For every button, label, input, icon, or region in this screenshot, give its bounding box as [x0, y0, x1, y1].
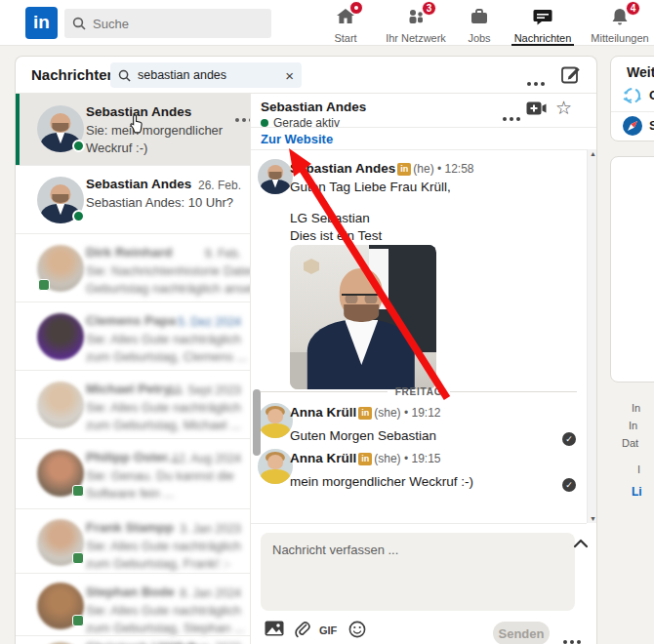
scroll-down-arrow[interactable]: ▼: [590, 515, 596, 522]
video-plus-icon: [526, 101, 548, 116]
right-rail-row-label: S: [649, 118, 654, 133]
footer-link[interactable]: Dat: [622, 437, 638, 449]
right-rail-row-1[interactable]: C: [611, 82, 654, 111]
conversation-name: Clemens Papa: [86, 313, 176, 328]
conversation-date: 12. Aug 2024: [172, 452, 241, 465]
conversation-preview: Sie: Alles Gute nachträglich: [86, 332, 241, 346]
conversation-name: Philipp Oster...: [86, 450, 179, 464]
photo-glasses: [342, 294, 381, 303]
nav-item-start[interactable]: Start: [312, 0, 379, 46]
chevron-up-icon: [573, 539, 589, 548]
message-avatar[interactable]: [258, 449, 293, 484]
conversation-row-blurred[interactable]: Frank Stampp 3. Jan 2023 Sie: Alles Gute…: [16, 508, 251, 573]
right-rail-row-label: C: [649, 88, 654, 102]
thread-more-button[interactable]: [503, 107, 507, 125]
message-text: Guten Tag Liebe Frau Krüll,: [290, 180, 451, 197]
conversation-row-blurred[interactable]: Dirk Reinhard 9. Feb. Sie: Nachrichtenhi…: [16, 233, 251, 302]
online-dot: [261, 119, 268, 127]
global-search[interactable]: [64, 9, 271, 38]
footer-link[interactable]: In: [632, 402, 640, 414]
compose-message-button[interactable]: [560, 64, 582, 86]
conversation-name: Sebastian Andes: [86, 177, 191, 191]
conversation-row-blurred[interactable]: Michael Petry... 10. Sept 2023 Sie: Alle…: [16, 370, 251, 438]
conversation-preview: Geburtstag nachträglich ansehen ...: [86, 281, 251, 296]
thread-scrollbar[interactable]: ▲ ▼: [587, 149, 597, 523]
message-avatar[interactable]: [258, 159, 293, 194]
gif-button[interactable]: GIF: [319, 624, 337, 636]
ellipsis-icon: [235, 118, 239, 122]
attach-file-button[interactable]: [294, 621, 311, 642]
clear-search-icon[interactable]: ×: [285, 68, 294, 83]
notification-count-badge: 4: [626, 1, 640, 16]
network-sketch-icon: [622, 85, 643, 106]
linkedin-logo[interactable]: in: [25, 7, 58, 39]
send-button[interactable]: Senden: [493, 622, 550, 644]
conversation-row-blurred[interactable]: Stephan Bode 8. Jan 2024 Sie: Alles Gute…: [16, 573, 251, 635]
linkedin-badge-icon: in: [358, 453, 372, 465]
conversation-name: Stephan Bode: [86, 584, 175, 599]
global-search-input[interactable]: [93, 17, 249, 31]
conversation-preview: Sie: Genau. Du kannst die: [86, 468, 234, 483]
messaging-more-button[interactable]: [527, 72, 531, 90]
message-text: Dies ist ein Test: [290, 228, 382, 246]
conversation-preview: Sebastian Andes: 10 Uhr?: [86, 195, 233, 210]
message-sender: Anna Krüll: [290, 405, 356, 420]
conversation-row-blurred[interactable]: Clemens Papa 5. Dez 2024 Sie: Alles Gute…: [16, 302, 251, 370]
website-link[interactable]: Zur Website: [261, 132, 333, 146]
nav-item-messaging[interactable]: Nachrichten: [506, 0, 580, 46]
conversation-row-blurred[interactable]: Christoph Ulbrich 23. Aug. 2023: [16, 635, 251, 644]
online-dot: [72, 210, 85, 222]
conversation-preview: zum Geburtstag, Frank! :-: [86, 556, 230, 571]
message-composer[interactable]: [261, 533, 575, 611]
message-meta: (she) • 19:15: [374, 452, 440, 465]
conversation-preview: Software fein ...: [86, 486, 174, 501]
composer-input[interactable]: [261, 533, 575, 611]
nav-label: Ihr Netzwerk: [379, 32, 453, 44]
photo-attachment[interactable]: [290, 245, 436, 389]
avatar: [37, 313, 84, 360]
nav-item-notifications[interactable]: 4 Mitteilungen: [580, 0, 654, 46]
conversation-more-button[interactable]: [235, 108, 239, 126]
footer-linkedin-link[interactable]: Li: [632, 485, 642, 499]
nav-label: Nachrichten: [506, 32, 580, 44]
conversation-row-sebastian-1[interactable]: Sebastian Andes Sie: mein morgendlicher …: [16, 94, 251, 165]
message-text: LG Sebastian: [290, 211, 370, 228]
day-divider: FREITAG: [261, 386, 577, 397]
conversation-preview: Sie: Alles Gute nachträglich: [86, 603, 241, 618]
scrollbar-thumb[interactable]: [253, 389, 261, 456]
message-text: mein morgendlicher Weckruf :-): [290, 474, 473, 492]
conversation-date: 10. Sept 2023: [168, 383, 241, 397]
collapse-composer-button[interactable]: [573, 535, 589, 552]
conversation-preview: zum Geburtstag, Stephan ...: [86, 621, 245, 635]
smiley-icon: [348, 621, 366, 638]
emoji-button[interactable]: [348, 621, 366, 642]
avatar: [37, 382, 84, 428]
messaging-header: Nachrichten ×: [16, 57, 596, 94]
messaging-search[interactable]: ×: [110, 62, 302, 88]
conversation-date: 3. Jan 2023: [180, 522, 241, 536]
compose-icon: [560, 64, 582, 86]
messaging-search-input[interactable]: [138, 68, 274, 82]
right-rail-row-2[interactable]: S: [611, 111, 654, 141]
composer-more-button[interactable]: [563, 630, 567, 644]
footer-link[interactable]: In: [629, 420, 637, 431]
linkedin-badge-icon: in: [397, 163, 411, 176]
footer-link[interactable]: I: [637, 463, 640, 475]
day-divider-label: FREITAG: [388, 386, 451, 397]
nav-label: Jobs: [453, 32, 506, 44]
nav-item-jobs[interactable]: Jobs: [453, 0, 506, 46]
scroll-up-arrow[interactable]: ▲: [590, 150, 596, 157]
star-button[interactable]: ☆: [555, 97, 572, 119]
ellipsis-icon: [503, 117, 507, 121]
message-avatar[interactable]: [258, 403, 293, 438]
messaging-card: Nachrichten × ▲ Sebastian Andes Sie: mei…: [15, 56, 597, 644]
conversation-row-blurred[interactable]: Philipp Oster... 12. Aug 2024 Sie: Genau…: [16, 438, 251, 508]
conversation-row-sebastian-2[interactable]: Sebastian Andes 26. Feb. Sebastian Andes…: [16, 165, 251, 233]
conversation-name: Dirk Reinhard: [86, 245, 173, 260]
ellipsis-icon: [563, 640, 567, 644]
linkedin-badge-icon: in: [358, 407, 372, 420]
attach-image-button[interactable]: [265, 621, 284, 640]
video-call-button[interactable]: [526, 101, 548, 120]
nav-item-network[interactable]: 3 Ihr Netzwerk: [379, 0, 453, 46]
conversation-preview: zum Geburtstag, Michael ...: [86, 418, 241, 432]
